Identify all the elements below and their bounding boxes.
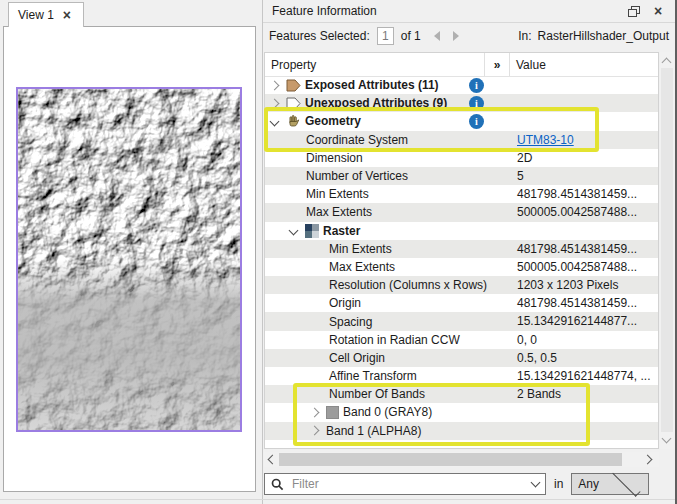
vertical-scrollbar-thumb[interactable] [661, 68, 673, 432]
property-label: Number Of Bands [329, 387, 425, 401]
filter-bar: in Any [264, 472, 651, 496]
exposed-attributes-icon [286, 79, 301, 92]
table-row[interactable]: Min Extents 481798.4514381459... [265, 185, 658, 203]
property-label: Origin [329, 296, 361, 310]
table-row[interactable]: Dimension 2D [265, 149, 658, 167]
table-row[interactable]: Cell Origin 0.5, 0.5 [265, 349, 658, 367]
property-label: Affine Transform [329, 369, 417, 383]
scroll-down-icon[interactable] [662, 434, 672, 444]
scope-dropdown-chevron-icon [612, 469, 640, 497]
table-row[interactable]: Geometry i [265, 112, 658, 130]
property-label: Min Extents [329, 242, 392, 256]
property-label: Unexposed Attributes (9) [305, 96, 447, 110]
table-row[interactable]: Affine Transform 15.134291621448774, ... [265, 367, 658, 385]
property-label: Geometry [305, 114, 361, 128]
property-label: Number of Vertices [306, 169, 408, 183]
next-feature-icon[interactable] [453, 31, 459, 41]
filter-scope-dropdown[interactable]: Any [571, 473, 649, 495]
tab-view-1-label: View 1 [18, 8, 54, 22]
hillshade-terrain-svg [18, 89, 240, 430]
property-value: 500005.0042587488... [517, 203, 637, 221]
horizontal-scrollbar-thumb[interactable] [279, 453, 622, 466]
info-icon[interactable]: i [469, 78, 484, 93]
app-window: View 1 × [0, 0, 677, 504]
property-label: Rotation in Radian CCW [329, 333, 460, 347]
unexposed-attributes-icon [286, 97, 301, 110]
table-row[interactable]: Min Extents 481798.4514381459... [265, 240, 658, 258]
property-label: Exposed Attributes (11) [305, 78, 439, 92]
table-row[interactable]: Origin 481798.4514381459... [265, 294, 658, 312]
table-row[interactable]: Resolution (Columns x Rows) 1203 x 1203 … [265, 276, 658, 294]
info-icon[interactable]: i [469, 114, 484, 129]
status-divider [0, 499, 677, 500]
float-window-icon[interactable] [626, 3, 642, 19]
filter-combo[interactable] [264, 473, 546, 495]
scroll-right-icon[interactable] [643, 455, 653, 465]
vertical-scrollbar[interactable] [660, 52, 674, 449]
property-label: Min Extents [306, 187, 369, 201]
filter-input[interactable] [290, 476, 526, 492]
table-row[interactable]: Band 0 (GRAY8) [265, 403, 658, 421]
property-value: 15.13429162144877... [517, 312, 637, 330]
table-rows: Exposed Attributes (11) i Unexposed Attr… [265, 76, 658, 440]
feature-index-input[interactable]: 1 [377, 27, 394, 45]
property-value: 481798.4514381459... [517, 240, 637, 258]
table-row[interactable]: Number Of Bands 2 Bands [265, 385, 658, 403]
property-value: 481798.4514381459... [517, 294, 637, 312]
search-icon [271, 478, 284, 491]
chevron-icon[interactable] [289, 226, 299, 236]
previous-feature-icon[interactable] [434, 31, 440, 41]
property-label: Dimension [306, 151, 363, 165]
property-label: Resolution (Columns x Rows) [329, 278, 487, 292]
property-value: 2D [517, 149, 532, 167]
band-swatch-icon [326, 406, 339, 419]
table-row[interactable]: Max Extents 500005.0042587488... [265, 203, 658, 221]
tab-close-icon[interactable]: × [63, 9, 71, 21]
tab-view-1[interactable]: View 1 × [8, 2, 84, 27]
chevron-icon[interactable] [270, 80, 280, 90]
property-value: 15.134291621448774, ... [517, 367, 650, 385]
column-header-value[interactable]: Value [510, 58, 658, 72]
property-value: 0, 0 [517, 331, 537, 349]
property-label: Band 1 (ALPHA8) [326, 424, 421, 438]
filter-dropdown-chevron-icon[interactable] [531, 478, 541, 488]
table-row[interactable]: Unexposed Attributes (9) i [265, 94, 658, 112]
horizontal-scrollbar[interactable] [264, 452, 659, 467]
panel-title: Feature Information [272, 4, 618, 18]
hillshade-raster-image[interactable] [16, 87, 242, 432]
raster-icon [305, 224, 319, 238]
geometry-icon [286, 114, 301, 129]
info-icon[interactable]: i [469, 96, 484, 111]
chevron-icon[interactable] [270, 98, 280, 108]
chevron-icon[interactable] [310, 426, 320, 436]
property-value: 500005.0042587488... [517, 258, 637, 276]
property-label: Spacing [329, 315, 372, 329]
table-row[interactable]: Raster [265, 222, 658, 240]
in-label: In: [518, 29, 531, 43]
table-row[interactable]: Rotation in Radian CCW 0, 0 [265, 331, 658, 349]
table-row[interactable]: Spacing 15.13429162144877... [265, 312, 658, 330]
property-table: Property » Value Exposed Attributes (11)… [264, 52, 659, 449]
scroll-left-icon[interactable] [268, 455, 278, 465]
table-row[interactable]: Exposed Attributes (11) i [265, 76, 658, 94]
property-label: Cell Origin [329, 351, 385, 365]
panel-titlebar: Feature Information × [263, 0, 675, 23]
table-row[interactable]: Band 1 (ALPHA8) [265, 422, 658, 440]
map-view-panel [3, 26, 256, 492]
filter-scope-value: Any [578, 477, 610, 491]
table-header: Property » Value [265, 53, 658, 77]
property-value: 0.5, 0.5 [517, 349, 557, 367]
scroll-up-icon[interactable] [662, 58, 672, 68]
features-selected-label: Features Selected: [269, 29, 370, 43]
feature-count-label: of 1 [401, 29, 421, 43]
close-panel-icon[interactable]: × [650, 3, 666, 19]
column-header-expander[interactable]: » [485, 53, 510, 76]
table-row[interactable]: Max Extents 500005.0042587488... [265, 258, 658, 276]
table-row[interactable]: Number of Vertices 5 [265, 167, 658, 185]
table-row[interactable]: Coordinate System UTM83-10 [265, 131, 658, 149]
column-header-property[interactable]: Property [265, 53, 485, 76]
chevron-icon[interactable] [270, 117, 280, 127]
chevron-icon[interactable] [310, 408, 320, 418]
feature-navigation-bar: Features Selected: 1 of 1 In: RasterHill… [263, 23, 675, 49]
property-label: Band 0 (GRAY8) [343, 405, 432, 419]
